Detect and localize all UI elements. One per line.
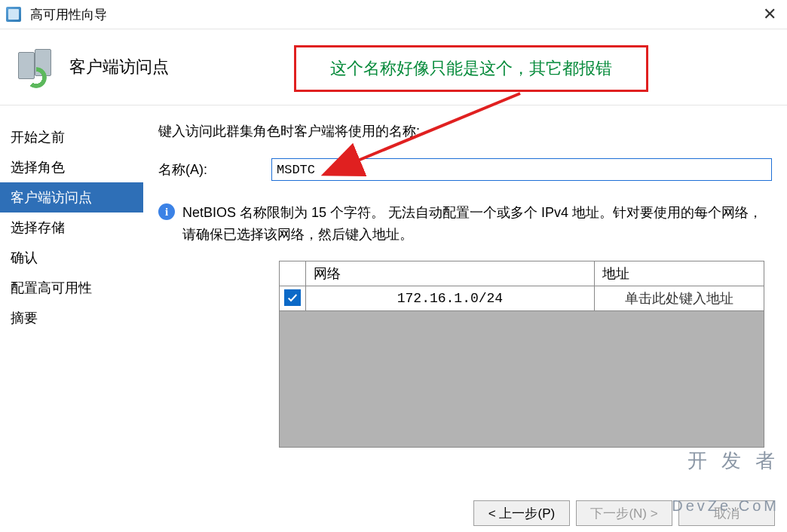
- col-check: [280, 261, 306, 286]
- row-network: 172.16.1.0/24: [306, 286, 595, 310]
- name-prompt: 键入访问此群集角色时客户端将使用的名称:: [158, 122, 772, 140]
- col-network: 网络: [306, 261, 595, 286]
- next-button[interactable]: 下一步(N) >: [576, 500, 672, 526]
- page-title: 客户端访问点: [69, 56, 169, 78]
- step-configure-ha[interactable]: 配置高可用性: [0, 273, 143, 303]
- row-checkbox[interactable]: [284, 289, 301, 306]
- prev-button[interactable]: < 上一步(P): [473, 500, 570, 526]
- wizard-icon: [18, 49, 57, 85]
- name-label: 名称(A):: [158, 161, 271, 179]
- table-row: 172.16.1.0/24 单击此处键入地址: [280, 286, 764, 310]
- network-table: 网络 地址 172.16.1.0/24 单击此处键入地址: [279, 261, 764, 311]
- step-client-access-point[interactable]: 客户端访问点: [0, 182, 143, 212]
- row-address[interactable]: 单击此处键入地址: [594, 286, 764, 310]
- watermark-line1: 开 发 者: [672, 450, 779, 472]
- close-button[interactable]: ✕: [758, 5, 781, 24]
- step-summary[interactable]: 摘要: [0, 303, 143, 333]
- watermark-line2: DevZe.CoM: [672, 497, 779, 514]
- titlebar: 高可用性向导 ✕: [0, 0, 787, 29]
- col-address: 地址: [594, 261, 764, 286]
- netbios-note: NetBIOS 名称限制为 15 个字符。 无法自动配置一个或多个 IPv4 地…: [182, 202, 764, 246]
- step-before-begin[interactable]: 开始之前: [0, 122, 143, 152]
- step-select-role[interactable]: 选择角色: [0, 152, 143, 182]
- annotation-callout: 这个名称好像只能是这个，其它都报错: [294, 45, 648, 92]
- window-title: 高可用性向导: [30, 6, 758, 23]
- network-table-wrap: 网络 地址 172.16.1.0/24 单击此处键入地址: [279, 261, 764, 448]
- step-confirm[interactable]: 确认: [0, 243, 143, 273]
- info-icon: i: [158, 203, 175, 220]
- watermark: 开 发 者 DevZe.CoM: [672, 423, 779, 527]
- app-icon: [6, 7, 21, 22]
- step-select-storage[interactable]: 选择存储: [0, 212, 143, 243]
- annotation-text: 这个名称好像只能是这个，其它都报错: [330, 57, 612, 80]
- name-input[interactable]: [271, 158, 772, 181]
- wizard-steps: 开始之前 选择角色 客户端访问点 选择存储 确认 配置高可用性 摘要: [0, 105, 143, 532]
